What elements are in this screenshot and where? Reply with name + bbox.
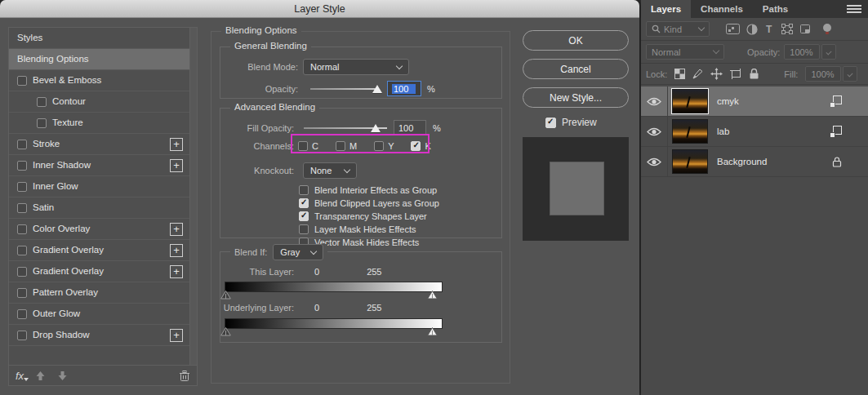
style-item-gradient-overlay-1[interactable]: Gradient Overlay+ <box>9 240 189 261</box>
lock-all-icon[interactable] <box>750 69 759 79</box>
move-effect-down-icon[interactable] <box>57 371 68 381</box>
fx-menu-icon[interactable]: fx <box>16 370 24 382</box>
style-item-drop-shadow[interactable]: Drop Shadow+ <box>9 325 189 346</box>
checkbox[interactable] <box>17 224 27 234</box>
style-item-inner-shadow[interactable]: Inner Shadow+ <box>9 155 189 176</box>
style-item-texture[interactable]: Texture <box>9 113 189 134</box>
layer-row-cmyk[interactable]: cmyk <box>641 87 868 117</box>
layer-thumbnail[interactable] <box>672 89 708 113</box>
opacity-slider[interactable] <box>310 88 379 90</box>
underlying-layer-gradient-bar[interactable] <box>225 318 443 329</box>
cancel-button[interactable]: Cancel <box>523 59 629 79</box>
tab-paths[interactable]: Paths <box>753 0 798 18</box>
preview-checkbox[interactable] <box>545 118 556 128</box>
channel-m-checkbox[interactable] <box>336 141 345 151</box>
add-effect-icon[interactable]: + <box>170 223 183 236</box>
style-item-blending-options[interactable]: Blending Options <box>9 49 189 70</box>
tab-layers[interactable]: Layers <box>641 0 691 18</box>
filter-shape-layers-icon[interactable] <box>781 24 793 34</box>
layer-name[interactable]: lab <box>717 126 729 136</box>
channel-k-checkbox[interactable] <box>411 141 421 151</box>
checkbox[interactable] <box>299 185 309 195</box>
slider-handle[interactable] <box>372 85 382 93</box>
knockout-select[interactable]: None <box>303 162 357 179</box>
visibility-toggle[interactable] <box>641 117 668 146</box>
add-effect-icon[interactable]: + <box>170 159 183 172</box>
filter-type-layers-icon[interactable]: T <box>764 24 775 34</box>
lock-pixels-icon[interactable] <box>692 69 703 79</box>
checkbox[interactable] <box>17 76 27 86</box>
layer-blend-mode-select[interactable]: Normal <box>646 44 724 60</box>
move-effect-up-icon[interactable] <box>35 371 46 381</box>
panel-menu-icon[interactable] <box>847 3 861 15</box>
checkbox[interactable] <box>17 288 27 298</box>
underlying-layer-highlight-handle[interactable] <box>427 327 438 338</box>
channel-y-checkbox[interactable] <box>374 141 384 151</box>
checkbox[interactable] <box>17 161 27 171</box>
add-effect-icon[interactable]: + <box>170 265 183 278</box>
style-item-bevel-emboss[interactable]: Bevel & Emboss <box>9 70 189 91</box>
layer-opacity-dropdown[interactable] <box>821 44 836 60</box>
checkbox[interactable] <box>17 331 27 340</box>
option-transparency-shapes[interactable]: Transparency Shapes Layer <box>299 211 427 221</box>
filter-adjustment-layers-icon[interactable] <box>746 24 758 35</box>
preview-toggle[interactable]: Preview <box>545 117 597 128</box>
layer-row-lab[interactable]: lab <box>641 117 868 147</box>
style-item-outer-glow[interactable]: Outer Glow <box>9 304 189 325</box>
checkbox[interactable] <box>299 224 309 234</box>
lock-transparency-icon[interactable] <box>674 69 685 79</box>
checkbox[interactable] <box>299 198 309 208</box>
add-effect-icon[interactable]: + <box>170 138 183 151</box>
checkbox[interactable] <box>17 182 27 192</box>
slider-handle[interactable] <box>371 124 381 132</box>
checkbox[interactable] <box>17 203 27 213</box>
layer-thumbnail[interactable] <box>672 119 708 144</box>
checkbox[interactable] <box>37 97 47 107</box>
lock-position-icon[interactable] <box>710 68 723 80</box>
filtering-toggle[interactable] <box>822 23 832 36</box>
styles-scrollbar[interactable] <box>189 28 197 366</box>
underlying-layer-shadow-handle[interactable] <box>220 327 231 338</box>
this-layer-highlight-handle[interactable] <box>427 291 438 301</box>
style-item-stroke[interactable]: Stroke+ <box>9 134 189 155</box>
checkbox[interactable] <box>17 246 27 255</box>
blend-mode-select[interactable]: Normal <box>303 59 409 75</box>
add-effect-icon[interactable]: + <box>170 244 183 257</box>
filter-pixel-layers-icon[interactable] <box>726 24 740 34</box>
style-item-contour[interactable]: Contour <box>9 91 189 113</box>
visibility-toggle[interactable] <box>641 147 668 176</box>
visibility-toggle[interactable] <box>641 87 668 116</box>
option-layer-mask-hides[interactable]: Layer Mask Hides Effects <box>299 224 416 234</box>
tab-channels[interactable]: Channels <box>691 0 753 18</box>
delete-effect-icon[interactable] <box>179 370 190 382</box>
filter-smart-objects-icon[interactable] <box>799 24 811 34</box>
layer-fill-dropdown[interactable] <box>843 66 857 82</box>
background-lock-icon[interactable] <box>832 156 842 167</box>
layer-opacity-input[interactable]: 100% <box>784 44 820 60</box>
ok-button[interactable]: OK <box>523 30 629 51</box>
checkbox[interactable] <box>17 267 27 277</box>
layer-thumbnail[interactable] <box>672 149 708 174</box>
style-item-color-overlay[interactable]: Color Overlay+ <box>9 219 189 240</box>
checkbox[interactable] <box>17 140 27 149</box>
opacity-input[interactable]: 100 <box>387 81 421 96</box>
lock-artboard-icon[interactable] <box>730 69 742 79</box>
blend-if-select[interactable]: Gray <box>273 244 323 260</box>
layer-fill-input[interactable]: 100% <box>805 66 841 82</box>
fill-opacity-slider[interactable] <box>304 127 387 129</box>
fill-opacity-input[interactable]: 100 <box>394 120 426 135</box>
checkbox[interactable] <box>17 309 27 319</box>
dialog-titlebar[interactable]: Layer Style <box>0 0 639 18</box>
this-layer-gradient-bar[interactable] <box>225 282 443 292</box>
add-effect-icon[interactable]: + <box>170 329 183 342</box>
checkbox[interactable] <box>299 211 309 221</box>
option-blend-clipped[interactable]: Blend Clipped Layers as Group <box>299 198 439 208</box>
style-item-gradient-overlay-2[interactable]: Gradient Overlay+ <box>9 261 189 282</box>
channel-c-checkbox[interactable] <box>298 141 308 151</box>
layer-name[interactable]: Background <box>717 157 767 166</box>
filter-kind-select[interactable]: Kind <box>646 21 710 37</box>
new-style-button[interactable]: New Style... <box>523 87 629 108</box>
style-item-satin[interactable]: Satin <box>9 198 189 219</box>
checkbox[interactable] <box>37 118 47 128</box>
option-blend-interior[interactable]: Blend Interior Effects as Group <box>299 185 437 195</box>
